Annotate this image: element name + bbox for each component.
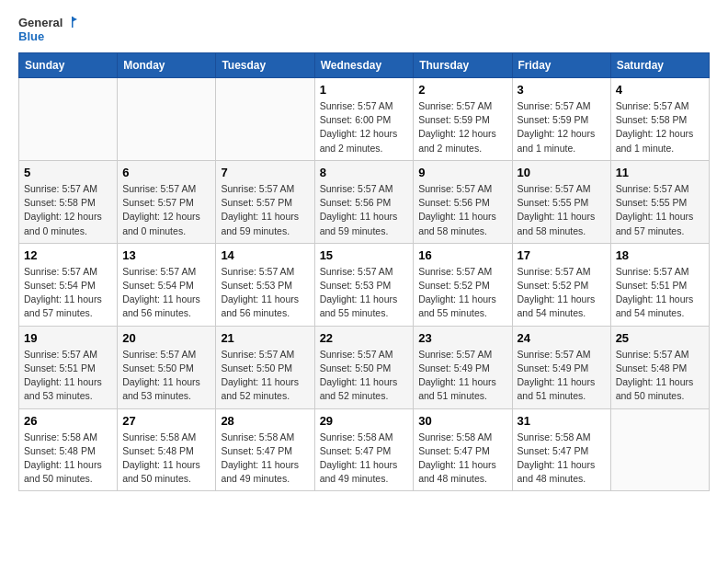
- calendar-cell-0-1: [118, 78, 216, 161]
- calendar-cell-0-5: 3Sunrise: 5:57 AMSunset: 5:59 PMDaylight…: [512, 78, 610, 161]
- day-number: 22: [320, 331, 409, 345]
- day-number: 2: [418, 83, 506, 97]
- calendar-cell-1-3: 8Sunrise: 5:57 AMSunset: 5:56 PMDaylight…: [314, 160, 414, 243]
- day-number: 12: [24, 248, 112, 262]
- day-info: Sunrise: 5:57 AMSunset: 5:59 PMDaylight:…: [418, 99, 506, 155]
- day-info: Sunrise: 5:57 AMSunset: 6:00 PMDaylight:…: [320, 99, 409, 155]
- day-info: Sunrise: 5:57 AMSunset: 5:52 PMDaylight:…: [518, 265, 606, 321]
- day-number: 15: [320, 248, 409, 262]
- calendar-cell-2-5: 17Sunrise: 5:57 AMSunset: 5:52 PMDayligh…: [512, 243, 610, 326]
- day-info: Sunrise: 5:57 AMSunset: 5:51 PMDaylight:…: [616, 265, 704, 321]
- logo-blue-text: Blue: [18, 29, 44, 43]
- day-number: 20: [122, 331, 210, 345]
- day-number: 4: [616, 83, 704, 97]
- calendar-cell-0-2: [216, 78, 314, 161]
- day-number: 13: [122, 248, 210, 262]
- day-info: Sunrise: 5:57 AMSunset: 5:58 PMDaylight:…: [616, 99, 704, 155]
- calendar-cell-1-1: 6Sunrise: 5:57 AMSunset: 5:57 PMDaylight…: [118, 160, 216, 243]
- day-number: 3: [518, 83, 606, 97]
- day-info: Sunrise: 5:58 AMSunset: 5:47 PMDaylight:…: [418, 431, 506, 487]
- day-info: Sunrise: 5:57 AMSunset: 5:49 PMDaylight:…: [518, 348, 606, 404]
- calendar-cell-4-3: 29Sunrise: 5:58 AMSunset: 5:47 PMDayligh…: [314, 408, 414, 491]
- calendar-cell-0-0: [19, 78, 118, 161]
- col-wednesday: Wednesday: [314, 53, 414, 78]
- day-info: Sunrise: 5:57 AMSunset: 5:51 PMDaylight:…: [24, 348, 112, 404]
- day-number: 11: [616, 166, 704, 179]
- day-number: 18: [616, 248, 704, 262]
- day-number: 28: [221, 414, 309, 428]
- calendar-cell-1-6: 11Sunrise: 5:57 AMSunset: 5:55 PMDayligh…: [610, 160, 709, 243]
- day-info: Sunrise: 5:57 AMSunset: 5:59 PMDaylight:…: [518, 99, 606, 155]
- calendar-cell-3-2: 21Sunrise: 5:57 AMSunset: 5:50 PMDayligh…: [216, 326, 314, 408]
- calendar-cell-2-6: 18Sunrise: 5:57 AMSunset: 5:51 PMDayligh…: [610, 243, 709, 326]
- day-info: Sunrise: 5:57 AMSunset: 5:49 PMDaylight:…: [418, 348, 506, 404]
- logo-flag-icon: [64, 15, 79, 29]
- day-number: 5: [24, 166, 112, 179]
- calendar-cell-3-6: 25Sunrise: 5:57 AMSunset: 5:48 PMDayligh…: [610, 326, 709, 408]
- week-row-4: 19Sunrise: 5:57 AMSunset: 5:51 PMDayligh…: [19, 326, 710, 408]
- col-tuesday: Tuesday: [216, 53, 314, 78]
- col-monday: Monday: [118, 53, 216, 78]
- day-info: Sunrise: 5:57 AMSunset: 5:54 PMDaylight:…: [24, 265, 112, 321]
- day-number: 31: [518, 414, 606, 428]
- day-info: Sunrise: 5:58 AMSunset: 5:48 PMDaylight:…: [24, 431, 112, 487]
- day-number: 8: [320, 166, 409, 179]
- calendar-cell-0-6: 4Sunrise: 5:57 AMSunset: 5:58 PMDaylight…: [610, 78, 709, 161]
- day-number: 30: [418, 414, 506, 428]
- calendar-cell-1-4: 9Sunrise: 5:57 AMSunset: 5:56 PMDaylight…: [414, 160, 512, 243]
- calendar-cell-2-0: 12Sunrise: 5:57 AMSunset: 5:54 PMDayligh…: [19, 243, 118, 326]
- calendar-cell-3-5: 24Sunrise: 5:57 AMSunset: 5:49 PMDayligh…: [512, 326, 610, 408]
- day-info: Sunrise: 5:57 AMSunset: 5:48 PMDaylight:…: [616, 348, 704, 404]
- calendar-cell-2-4: 16Sunrise: 5:57 AMSunset: 5:52 PMDayligh…: [414, 243, 512, 326]
- day-number: 26: [24, 414, 112, 428]
- calendar-cell-3-1: 20Sunrise: 5:57 AMSunset: 5:50 PMDayligh…: [118, 326, 216, 408]
- week-row-1: 1Sunrise: 5:57 AMSunset: 6:00 PMDaylight…: [19, 78, 710, 161]
- day-info: Sunrise: 5:57 AMSunset: 5:57 PMDaylight:…: [122, 182, 210, 238]
- calendar-cell-2-1: 13Sunrise: 5:57 AMSunset: 5:54 PMDayligh…: [118, 243, 216, 326]
- day-info: Sunrise: 5:57 AMSunset: 5:53 PMDaylight:…: [221, 265, 309, 321]
- calendar-cell-3-4: 23Sunrise: 5:57 AMSunset: 5:49 PMDayligh…: [414, 326, 512, 408]
- calendar-header-row: Sunday Monday Tuesday Wednesday Thursday…: [19, 53, 710, 78]
- day-number: 9: [418, 166, 506, 179]
- day-number: 14: [221, 248, 309, 262]
- day-number: 27: [122, 414, 210, 428]
- day-info: Sunrise: 5:57 AMSunset: 5:55 PMDaylight:…: [518, 182, 606, 238]
- day-number: 19: [24, 331, 112, 345]
- day-info: Sunrise: 5:57 AMSunset: 5:55 PMDaylight:…: [616, 182, 704, 238]
- calendar-cell-1-5: 10Sunrise: 5:57 AMSunset: 5:55 PMDayligh…: [512, 160, 610, 243]
- calendar-cell-1-0: 5Sunrise: 5:57 AMSunset: 5:58 PMDaylight…: [19, 160, 118, 243]
- day-number: 10: [518, 166, 606, 179]
- day-number: 6: [122, 166, 210, 179]
- calendar-cell-4-5: 31Sunrise: 5:58 AMSunset: 5:47 PMDayligh…: [512, 408, 610, 491]
- day-info: Sunrise: 5:57 AMSunset: 5:56 PMDaylight:…: [418, 182, 506, 238]
- col-friday: Friday: [512, 53, 610, 78]
- calendar-cell-3-3: 22Sunrise: 5:57 AMSunset: 5:50 PMDayligh…: [314, 326, 414, 408]
- col-sunday: Sunday: [19, 53, 118, 78]
- page: General Blue Sunday Monday Tuesday Wedne…: [0, 0, 728, 563]
- calendar-cell-0-4: 2Sunrise: 5:57 AMSunset: 5:59 PMDaylight…: [414, 78, 512, 161]
- header: General Blue: [18, 15, 710, 43]
- calendar-cell-4-6: [610, 408, 709, 491]
- day-info: Sunrise: 5:57 AMSunset: 5:50 PMDaylight:…: [122, 348, 210, 404]
- week-row-3: 12Sunrise: 5:57 AMSunset: 5:54 PMDayligh…: [19, 243, 710, 326]
- day-info: Sunrise: 5:58 AMSunset: 5:47 PMDaylight:…: [320, 431, 409, 487]
- logo: General Blue: [18, 15, 79, 43]
- day-info: Sunrise: 5:57 AMSunset: 5:50 PMDaylight:…: [221, 348, 309, 404]
- calendar-cell-3-0: 19Sunrise: 5:57 AMSunset: 5:51 PMDayligh…: [19, 326, 118, 408]
- svg-rect-1: [72, 17, 74, 28]
- day-info: Sunrise: 5:57 AMSunset: 5:54 PMDaylight:…: [122, 265, 210, 321]
- day-info: Sunrise: 5:57 AMSunset: 5:58 PMDaylight:…: [24, 182, 112, 238]
- day-number: 24: [518, 331, 606, 345]
- day-number: 16: [418, 248, 506, 262]
- calendar-cell-0-3: 1Sunrise: 5:57 AMSunset: 6:00 PMDaylight…: [314, 78, 414, 161]
- day-info: Sunrise: 5:57 AMSunset: 5:52 PMDaylight:…: [418, 265, 506, 321]
- day-number: 29: [320, 414, 409, 428]
- day-number: 17: [518, 248, 606, 262]
- calendar-cell-2-3: 15Sunrise: 5:57 AMSunset: 5:53 PMDayligh…: [314, 243, 414, 326]
- calendar-cell-4-4: 30Sunrise: 5:58 AMSunset: 5:47 PMDayligh…: [414, 408, 512, 491]
- day-number: 25: [616, 331, 704, 345]
- day-info: Sunrise: 5:57 AMSunset: 5:56 PMDaylight:…: [320, 182, 409, 238]
- calendar-table: Sunday Monday Tuesday Wednesday Thursday…: [18, 52, 710, 491]
- day-info: Sunrise: 5:58 AMSunset: 5:47 PMDaylight:…: [221, 431, 309, 487]
- col-saturday: Saturday: [610, 53, 709, 78]
